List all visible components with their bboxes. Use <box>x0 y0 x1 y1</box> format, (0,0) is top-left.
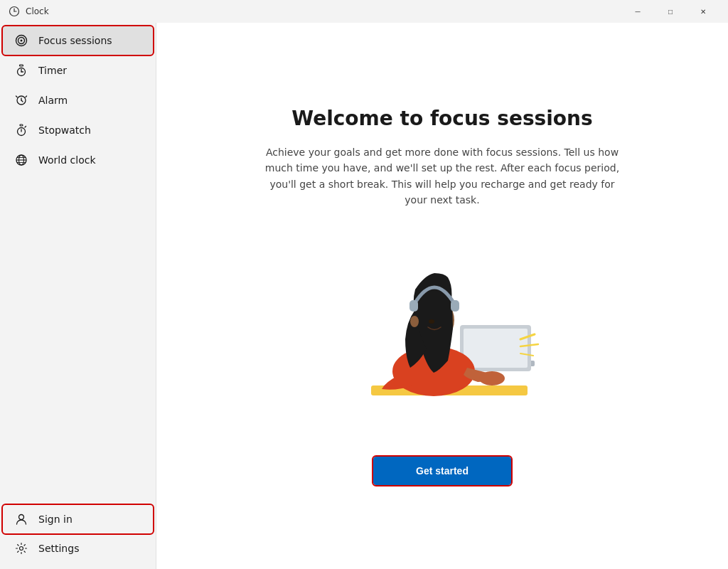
settings-label: Settings <box>38 543 79 554</box>
sidebar-item-stopwatch[interactable]: Stopwatch <box>3 116 153 144</box>
svg-line-15 <box>25 127 26 128</box>
title-bar: Clock ─ □ ✕ <box>0 0 728 23</box>
sidebar-item-timer[interactable]: Timer <box>3 56 153 85</box>
svg-rect-6 <box>20 65 23 66</box>
timer-label: Timer <box>38 65 67 76</box>
svg-point-31 <box>479 371 505 385</box>
focus-illustration <box>328 236 556 421</box>
sidebar-item-focus-sessions[interactable]: Focus sessions <box>3 26 153 55</box>
minimize-button[interactable]: ─ <box>621 0 654 23</box>
timer-icon <box>14 63 28 78</box>
svg-rect-26 <box>464 329 528 368</box>
svg-rect-14 <box>20 124 23 126</box>
sidebar-item-alarm[interactable]: Alarm <box>3 86 153 115</box>
title-bar-left: Clock <box>9 6 49 17</box>
sidebar: Focus sessions Timer <box>0 23 156 569</box>
world-icon <box>14 153 28 167</box>
sidebar-bottom: Sign in Settings <box>0 504 156 569</box>
app-title: Clock <box>26 6 49 16</box>
settings-icon <box>14 541 28 555</box>
svg-rect-36 <box>451 300 459 312</box>
svg-point-37 <box>429 319 434 324</box>
app-icon <box>9 6 20 17</box>
sidebar-item-sign-in[interactable]: Sign in <box>3 505 153 533</box>
page-description: Achieve your goals and get more done wit… <box>257 144 627 208</box>
main-content: Welcome to focus sessions Achieve your g… <box>156 23 728 569</box>
page-title: Welcome to focus sessions <box>291 107 592 130</box>
get-started-button[interactable]: Get started <box>373 457 511 485</box>
world-clock-label: World clock <box>38 154 96 166</box>
svg-rect-35 <box>410 300 418 312</box>
alarm-icon <box>14 93 28 107</box>
close-button[interactable]: ✕ <box>687 0 719 23</box>
window-controls: ─ □ ✕ <box>621 0 719 23</box>
app-container: Focus sessions Timer <box>0 23 728 569</box>
svg-line-11 <box>21 100 23 102</box>
svg-point-5 <box>21 40 23 42</box>
sidebar-item-settings[interactable]: Settings <box>3 534 153 563</box>
stopwatch-icon <box>14 123 28 137</box>
person-icon <box>14 512 28 526</box>
sidebar-item-world-clock[interactable]: World clock <box>3 146 153 174</box>
focus-icon <box>14 33 28 48</box>
sign-in-label: Sign in <box>38 514 73 525</box>
svg-point-22 <box>20 547 23 551</box>
maximize-button[interactable]: □ <box>654 0 687 23</box>
svg-point-21 <box>19 515 24 520</box>
focus-sessions-label: Focus sessions <box>38 35 112 46</box>
stopwatch-label: Stopwatch <box>38 124 91 136</box>
svg-point-34 <box>410 316 419 327</box>
alarm-label: Alarm <box>38 95 68 106</box>
